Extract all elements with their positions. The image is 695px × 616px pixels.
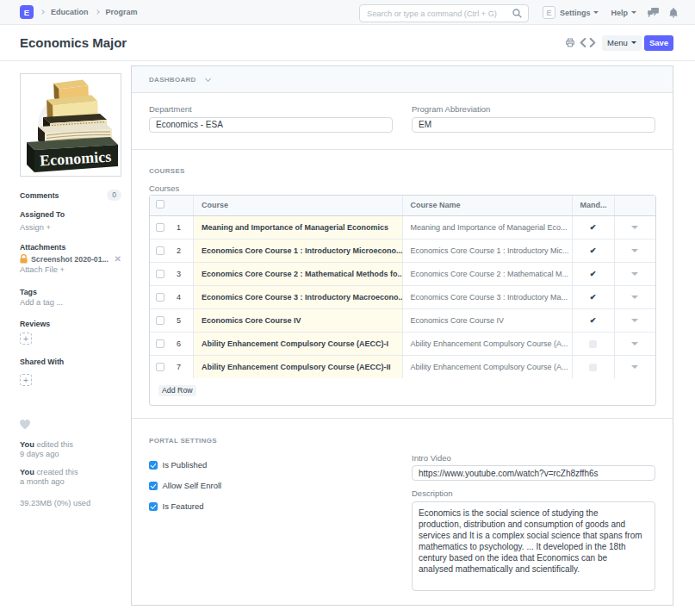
- course-name-cell[interactable]: Ability Enhancement Compulsory Course (A…: [402, 355, 572, 378]
- description-textarea[interactable]: [412, 501, 655, 591]
- add-row-button[interactable]: Add Row: [158, 385, 196, 396]
- expand-cell[interactable]: [614, 355, 655, 378]
- expand-row-icon[interactable]: [631, 272, 638, 276]
- caret-down-icon: [631, 11, 636, 14]
- expand-row-icon[interactable]: [631, 342, 638, 345]
- mandatory-cell[interactable]: [572, 332, 614, 355]
- select-all-checkbox[interactable]: [156, 200, 164, 208]
- course-name-cell[interactable]: Economics Core Course 3 : Introductory M…: [402, 285, 572, 308]
- chevron-right-icon: [589, 38, 596, 47]
- expand-cell[interactable]: [614, 262, 655, 285]
- program-image[interactable]: Economics: [20, 73, 121, 177]
- menu-button[interactable]: Menu: [602, 35, 642, 51]
- settings-menu[interactable]: Settings: [560, 9, 599, 17]
- course-cell[interactable]: Economics Core Course 3 : Introductory M…: [194, 285, 403, 308]
- breadcrumb-education[interactable]: Education: [51, 8, 89, 16]
- expand-row-icon[interactable]: [631, 226, 638, 229]
- created-when: a month ago: [20, 477, 65, 486]
- course-cell[interactable]: Economics Core Course 2 : Mathematical M…: [194, 262, 403, 285]
- course-row[interactable]: 2Economics Core Course 1 : Introductory …: [150, 239, 655, 262]
- row-checkbox[interactable]: [156, 246, 164, 255]
- bell-icon[interactable]: [669, 8, 678, 18]
- next-record-button[interactable]: [589, 38, 596, 47]
- reviews-label: Reviews: [20, 320, 121, 328]
- details-section: Department Program Abbreviation: [132, 93, 673, 150]
- row-checkbox[interactable]: [156, 223, 164, 232]
- search-input[interactable]: [360, 9, 512, 18]
- expand-cell[interactable]: [614, 332, 655, 355]
- chat-icon[interactable]: [648, 8, 659, 18]
- mandatory-cell[interactable]: ✔: [572, 285, 614, 308]
- row-index: 1: [177, 223, 181, 232]
- course-row[interactable]: 1Meaning and Importance of Managerial Ec…: [150, 215, 655, 239]
- attach-file-link[interactable]: Attach File +: [20, 265, 121, 274]
- checkbox-icon[interactable]: [149, 502, 158, 511]
- help-menu[interactable]: Help: [611, 9, 636, 17]
- comments-label: Comments: [20, 191, 59, 200]
- grid-header: Course Course Name Mand...: [150, 196, 655, 215]
- row-checkbox[interactable]: [156, 270, 164, 278]
- course-cell[interactable]: Economics Core Course IV: [194, 308, 403, 332]
- course-cell[interactable]: Ability Enhancement Compulsory Course (A…: [194, 355, 403, 378]
- expand-cell[interactable]: [614, 308, 655, 332]
- row-checkbox[interactable]: [156, 339, 164, 348]
- add-share-button[interactable]: +: [20, 374, 32, 386]
- breadcrumb-program[interactable]: Program: [106, 8, 138, 16]
- row-select-cell: 2: [150, 239, 194, 262]
- remove-attachment-icon[interactable]: ✕: [115, 256, 121, 263]
- expand-row-icon[interactable]: [631, 296, 638, 299]
- comments-row[interactable]: Comments 0: [20, 190, 121, 201]
- row-checkbox[interactable]: [156, 316, 164, 325]
- save-button[interactable]: Save: [644, 35, 673, 51]
- app-logo[interactable]: E: [20, 5, 34, 19]
- course-name-cell[interactable]: Economics Core Course 1 : Introductory M…: [402, 239, 572, 262]
- course-row[interactable]: 4Economics Core Course 3 : Introductory …: [150, 285, 655, 308]
- expand-row-icon[interactable]: [631, 365, 638, 369]
- form-sidebar: Economics Comments 0 Assigned To Assign …: [20, 73, 121, 508]
- expand-cell[interactable]: [614, 285, 655, 308]
- expand-cell[interactable]: [614, 239, 655, 262]
- checkbox-icon[interactable]: [149, 482, 158, 490]
- print-button[interactable]: [566, 38, 574, 47]
- course-name-cell[interactable]: Economics Core Course 2 : Mathematical M…: [402, 262, 572, 285]
- course-name-cell[interactable]: Meaning and Importance of Managerial Eco…: [402, 215, 572, 239]
- course-name-cell[interactable]: Ability Enhancement Compulsory Course (A…: [402, 332, 572, 355]
- mandatory-cell[interactable]: ✔: [572, 239, 614, 262]
- row-checkbox[interactable]: [156, 293, 164, 302]
- mandatory-cell[interactable]: ✔: [572, 215, 614, 239]
- mandatory-cell[interactable]: ✔: [572, 262, 614, 285]
- courses-grid-label: Courses: [149, 184, 655, 193]
- course-cell[interactable]: Ability Enhancement Compulsory Course (A…: [194, 332, 403, 355]
- prev-record-button[interactable]: [580, 38, 586, 47]
- mandatory-cell[interactable]: [572, 355, 614, 378]
- shared-with-label: Shared With: [20, 358, 121, 366]
- course-cell[interactable]: Meaning and Importance of Managerial Eco…: [194, 215, 403, 239]
- expand-cell[interactable]: [614, 215, 655, 239]
- dashboard-section-toggle[interactable]: DASHBOARD: [132, 66, 673, 93]
- expand-row-icon[interactable]: [631, 319, 638, 322]
- checkbox-icon[interactable]: [149, 461, 158, 470]
- course-row[interactable]: 3Economics Core Course 2 : Mathematical …: [150, 262, 655, 285]
- department-input[interactable]: [149, 117, 393, 133]
- intro-video-input[interactable]: [412, 465, 655, 481]
- course-row[interactable]: 6Ability Enhancement Compulsory Course (…: [150, 332, 655, 355]
- mandatory-cell[interactable]: ✔: [572, 308, 614, 332]
- portal-columns: Is PublishedAllow Self EnrollIs Featured…: [149, 453, 655, 591]
- edited-info: You edited this 9 days ago: [20, 440, 121, 459]
- assign-link[interactable]: Assign +: [20, 223, 121, 232]
- add-tag-link[interactable]: Add a tag ...: [20, 298, 121, 307]
- course-row[interactable]: 5Economics Core Course IVEconomics Core …: [150, 308, 655, 332]
- course-name-cell[interactable]: Economics Core Course IV: [402, 308, 572, 332]
- like-icon[interactable]: [20, 420, 121, 429]
- add-review-button[interactable]: +: [20, 333, 32, 345]
- abbreviation-input[interactable]: [412, 117, 655, 133]
- avatar[interactable]: E: [543, 6, 555, 19]
- edited-when: 9 days ago: [20, 450, 59, 458]
- row-checkbox[interactable]: [156, 363, 164, 371]
- course-row[interactable]: 7Ability Enhancement Compulsory Course (…: [150, 355, 655, 378]
- attachment-link[interactable]: Screenshot 2020-01...: [20, 254, 109, 264]
- course-cell[interactable]: Economics Core Course 1 : Introductory M…: [194, 239, 403, 262]
- mandatory-check-icon: ✔: [590, 316, 597, 325]
- dashboard-section-title: DASHBOARD: [149, 76, 196, 84]
- expand-row-icon[interactable]: [631, 249, 638, 252]
